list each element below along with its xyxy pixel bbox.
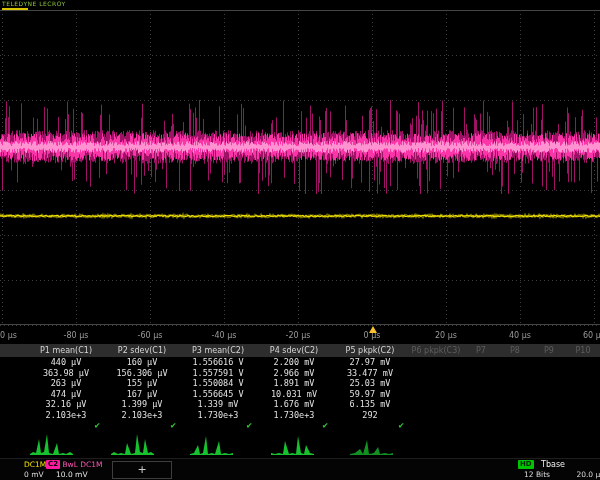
param-value: 155 µV bbox=[104, 378, 180, 388]
param-value: 10.031 mV bbox=[256, 389, 332, 399]
param-value: 474 µV bbox=[28, 389, 104, 399]
measure-header-row: P1 mean(C1)P2 sdev(C1)P3 mean(C2)P4 sdev… bbox=[0, 344, 600, 357]
brand-logo-text: TELEDYNE LECROY bbox=[2, 0, 66, 7]
histicon-p2[interactable] bbox=[110, 431, 154, 455]
param-header-p3[interactable]: P3 mean(C2) bbox=[180, 346, 256, 355]
param-header-p10[interactable]: P10 bbox=[566, 346, 600, 355]
measure-row-sdev: 32.16 µV1.399 µV1.339 mV1.676 mV6.135 mV bbox=[0, 399, 600, 410]
time-label: 60 µs bbox=[583, 331, 600, 340]
time-label: -60 µs bbox=[138, 331, 163, 340]
param-header-p1[interactable]: P1 mean(C1) bbox=[28, 346, 104, 355]
param-header-p8[interactable]: P8 bbox=[498, 346, 532, 355]
param-value: 1.730e+3 bbox=[256, 410, 332, 420]
param-value: 1.399 µV bbox=[104, 399, 180, 409]
scope-grid[interactable] bbox=[0, 0, 600, 330]
hd-mode-badge: HD bbox=[518, 460, 534, 469]
param-status-icon: ✔ bbox=[28, 420, 104, 430]
param-value: 1.339 mV bbox=[180, 399, 256, 409]
param-value: 2.103e+3 bbox=[104, 410, 180, 420]
param-value: 1.556645 V bbox=[180, 389, 256, 399]
measure-row-mean: 363.98 µV156.306 µV1.557591 V2.966 mV33.… bbox=[0, 368, 600, 379]
param-header-p6[interactable]: P6 pkpk(C3) bbox=[408, 346, 464, 355]
histicon-p1[interactable] bbox=[30, 431, 74, 455]
param-header-p7[interactable]: P7 bbox=[464, 346, 498, 355]
measure-row-value: 440 µV160 µV1.556616 V2.200 mV27.97 mV bbox=[0, 357, 600, 368]
param-value: 2.103e+3 bbox=[28, 410, 104, 420]
param-value: 2.966 mV bbox=[256, 368, 332, 378]
param-status-icon: ✔ bbox=[180, 420, 256, 430]
param-value: 156.306 µV bbox=[104, 368, 180, 378]
bottom-status-bar: DC1M 0 mV C2 BwL DC1M 10.0 mV + HD Tbase… bbox=[0, 458, 600, 480]
param-value: 160 µV bbox=[104, 357, 180, 367]
param-value: 440 µV bbox=[28, 357, 104, 367]
measurement-table: P1 mean(C1)P2 sdev(C1)P3 mean(C2)P4 sdev… bbox=[0, 344, 600, 431]
c2-channel-tag: C2 bbox=[46, 460, 60, 469]
param-value: 59.97 mV bbox=[332, 389, 408, 399]
channel-c1-descriptor[interactable]: DC1M 0 mV bbox=[24, 460, 46, 480]
param-value: 292 bbox=[332, 410, 408, 420]
time-label: -100 µs bbox=[0, 331, 17, 340]
param-value: 33.477 mV bbox=[332, 368, 408, 378]
param-value: 1.891 mV bbox=[256, 378, 332, 388]
histicon-row bbox=[30, 431, 394, 455]
param-status-icon: ✔ bbox=[332, 420, 408, 430]
param-value: 1.676 mV bbox=[256, 399, 332, 409]
param-header-p5[interactable]: P5 pkpk(C2) bbox=[332, 346, 408, 355]
time-label: -40 µs bbox=[212, 331, 237, 340]
param-status-icon: ✔ bbox=[104, 420, 180, 430]
time-label: -80 µs bbox=[64, 331, 89, 340]
param-header-p2[interactable]: P2 sdev(C1) bbox=[104, 346, 180, 355]
c1-coupling-label: DC1M bbox=[24, 460, 46, 469]
resolution-bits-label: 12 Bits bbox=[524, 470, 550, 479]
param-header-p9[interactable]: P9 bbox=[532, 346, 566, 355]
param-value: 1.550084 V bbox=[180, 378, 256, 388]
timebase-tdiv-value: 20.0 µs/div bbox=[576, 470, 600, 479]
measure-row-num: 2.103e+32.103e+31.730e+31.730e+3292 bbox=[0, 410, 600, 421]
channel-c2-descriptor[interactable]: C2 BwL DC1M 10.0 mV bbox=[46, 460, 103, 480]
param-value: 27.97 mV bbox=[332, 357, 408, 367]
time-axis: -100 µs-80 µs-60 µs-40 µs-20 µs0 µs20 µs… bbox=[0, 331, 600, 343]
param-value: 1.557591 V bbox=[180, 368, 256, 378]
c1-offset-value: 0 mV bbox=[24, 470, 44, 479]
c2-vdiv-value: 10.0 mV bbox=[46, 470, 88, 479]
param-value: 167 µV bbox=[104, 389, 180, 399]
histicon-p4[interactable] bbox=[270, 431, 314, 455]
timebase-label: Tbase bbox=[541, 460, 565, 469]
param-value: 32.16 µV bbox=[28, 399, 104, 409]
time-label: -20 µs bbox=[286, 331, 311, 340]
brand-logo-underline bbox=[2, 8, 28, 10]
param-value: 6.135 mV bbox=[332, 399, 408, 409]
param-value: 363.98 µV bbox=[28, 368, 104, 378]
measure-row-min: 263 µV155 µV1.550084 V1.891 mV25.03 mV bbox=[0, 378, 600, 389]
timebase-descriptor[interactable]: HD Tbase 12 Bits 20.0 µs/div bbox=[518, 460, 600, 480]
param-value: 25.03 mV bbox=[332, 378, 408, 388]
add-trace-button[interactable]: + bbox=[112, 461, 172, 479]
measure-status-row: ✔✔✔✔✔ bbox=[0, 420, 600, 431]
time-label: 40 µs bbox=[509, 331, 531, 340]
param-header-p4[interactable]: P4 sdev(C2) bbox=[256, 346, 332, 355]
param-status-icon: ✔ bbox=[256, 420, 332, 430]
param-value: 2.200 mV bbox=[256, 357, 332, 367]
param-value: 263 µV bbox=[28, 378, 104, 388]
histicon-p5[interactable] bbox=[350, 431, 394, 455]
plus-icon: + bbox=[137, 463, 146, 476]
c2-coupling-label: BwL DC1M bbox=[62, 460, 102, 469]
oscilloscope-screen: TELEDYNE LECROY -100 µs-80 µs-60 µs-40 µ… bbox=[0, 0, 600, 480]
histicon-p3[interactable] bbox=[190, 431, 234, 455]
time-label: 20 µs bbox=[435, 331, 457, 340]
param-value: 1.556616 V bbox=[180, 357, 256, 367]
param-value: 1.730e+3 bbox=[180, 410, 256, 420]
measure-row-max: 474 µV167 µV1.556645 V10.031 mV59.97 mV bbox=[0, 389, 600, 400]
brand-logo: TELEDYNE LECROY bbox=[2, 1, 66, 10]
time-label: 0 µs bbox=[364, 331, 381, 340]
